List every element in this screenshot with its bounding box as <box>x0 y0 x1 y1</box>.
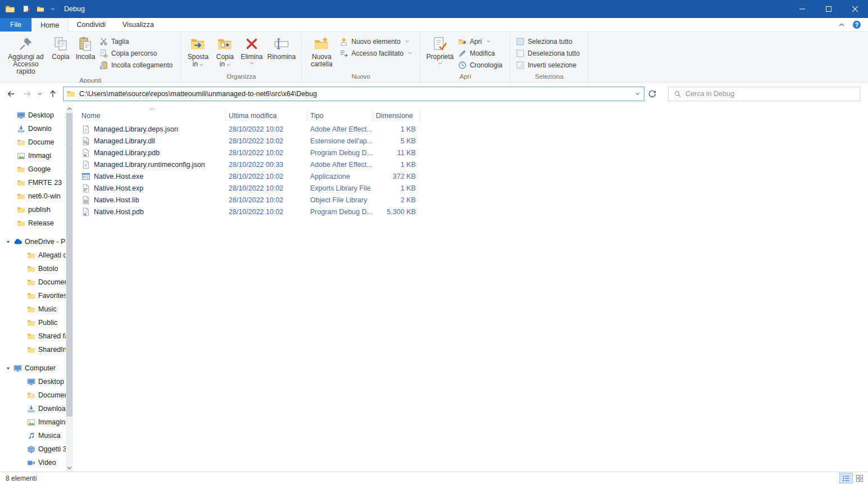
properties-button[interactable]: Proprietà <box>424 34 456 66</box>
column-header-dimensione[interactable]: Dimensione <box>373 110 420 122</box>
sidebar-item-release[interactable]: Release <box>0 216 73 230</box>
sidebar-scrollbar[interactable] <box>66 105 73 472</box>
cut-button[interactable]: Taglia <box>98 35 177 47</box>
sidebar-item-desktop[interactable]: Desktop <box>0 375 73 388</box>
select-all-button[interactable]: Seleziona tutto <box>514 35 584 47</box>
file-size: 5 KB <box>373 137 420 145</box>
column-header-tipo[interactable]: Tipo <box>307 110 373 122</box>
tab-visualizza[interactable]: Visualizza <box>114 18 162 31</box>
new-folder-button[interactable]: Nuova cartella <box>305 34 338 69</box>
scroll-down-icon[interactable] <box>66 464 73 472</box>
sidebar-item-google[interactable]: Google <box>0 162 73 176</box>
scroll-up-icon[interactable] <box>66 105 73 112</box>
open-button[interactable]: Apri <box>456 35 507 47</box>
sidebar-item-docume[interactable]: Docume <box>0 135 73 149</box>
sidebar-item-onedrive-p[interactable]: OneDrive - P <box>0 235 73 248</box>
address-bar[interactable]: C:\Users\matte\source\repos\matteoumili\… <box>63 87 644 101</box>
rename-button[interactable]: Rinomina <box>265 34 298 62</box>
file-name: Native.Host.pdb <box>94 208 144 216</box>
tab-file[interactable]: File <box>0 18 31 31</box>
sidebar-item-computer[interactable]: Computer <box>0 361 73 375</box>
help-icon[interactable]: ? <box>852 20 861 29</box>
address-dropdown-icon[interactable] <box>635 92 641 96</box>
sidebar-item-publish[interactable]: publish <box>0 203 73 216</box>
file-row-managed-library-deps-json[interactable]: Managed.Library.deps.json28/10/2022 10:0… <box>79 123 868 135</box>
sidebar-item-oggetti-3d[interactable]: Oggetti 3D <box>0 442 73 456</box>
file-row-managed-library-dll[interactable]: Managed.Library.dll28/10/2022 10:02Esten… <box>79 135 868 147</box>
recent-locations-button[interactable] <box>35 86 45 102</box>
sidebar-item-music[interactable]: Music <box>0 302 73 316</box>
history-button[interactable]: Cronologia <box>456 59 507 71</box>
sidebar-item-public[interactable]: Public <box>0 316 73 329</box>
file-row-native-host-lib[interactable]: Native.Host.lib28/10/2022 10:02Object Fi… <box>79 194 868 206</box>
sidebar-item-fmrte-23[interactable]: FMRTE 23 <box>0 176 73 189</box>
details-view-button[interactable] <box>839 473 853 483</box>
folder-icon <box>27 346 35 354</box>
qat-properties-icon[interactable] <box>22 5 30 13</box>
file-row-managed-library-runtimeconfig-json[interactable]: Managed.Library.runtimeconfig.json28/10/… <box>79 159 868 170</box>
file-size: 11 KB <box>373 149 420 157</box>
edit-button[interactable]: Modifica <box>456 47 507 59</box>
sidebar-item-downlo[interactable]: Downlo <box>0 122 73 135</box>
svg-text:?: ? <box>855 21 858 28</box>
maximize-icon <box>826 6 831 12</box>
sidebar-item-immagi[interactable]: Immagi <box>0 149 73 162</box>
sidebar-item-video[interactable]: Video <box>0 456 73 469</box>
file-type: Exports Library File <box>307 184 373 192</box>
file-row-native-host-exp[interactable]: Native.Host.exp28/10/2022 10:02Exports L… <box>79 182 868 194</box>
expander-icon <box>6 239 11 245</box>
search-input[interactable] <box>685 90 855 98</box>
refresh-button[interactable] <box>644 86 660 102</box>
new-item-button[interactable]: Nuovo elemento <box>338 35 416 47</box>
pin-to-quick-access-button[interactable]: Aggiungi ad Accesso rapido <box>3 34 48 76</box>
maximize-button[interactable] <box>815 0 842 18</box>
sidebar-item-shared-fav[interactable]: Shared fav <box>0 329 73 343</box>
sidebar-item-immagini[interactable]: Immagini <box>0 415 73 429</box>
file-row-managed-library-pdb[interactable]: Managed.Library.pdb28/10/2022 10:02Progr… <box>79 147 868 159</box>
delete-button[interactable]: Elimina <box>238 34 265 66</box>
sidebar-item-documents[interactable]: Documents <box>0 275 73 289</box>
sidebar-item-label: publish <box>28 206 51 214</box>
file-row-native-host-pdb[interactable]: Native.Host.pdb28/10/2022 10:02Program D… <box>79 206 868 218</box>
easy-access-button[interactable]: Accesso facilitato <box>338 47 416 59</box>
paste-button[interactable]: Incolla <box>73 34 98 62</box>
column-header-nome[interactable]: Nome <box>79 110 226 122</box>
close-button[interactable] <box>842 0 868 18</box>
sidebar-item-allegati-di-p[interactable]: Allegati di p <box>0 248 73 262</box>
file-row-native-host-exe[interactable]: Native.Host.exe28/10/2022 10:02Applicazi… <box>79 170 868 182</box>
sidebar-item-net6-0-win[interactable]: net6.0-win <box>0 189 73 203</box>
tab-home[interactable]: Home <box>31 18 68 32</box>
sidebar-item-desktop[interactable]: Desktop <box>0 108 73 122</box>
column-label: Dimensione <box>376 112 413 120</box>
collapse-ribbon-icon[interactable] <box>839 22 844 28</box>
qat-customize-chevron-icon[interactable] <box>51 7 55 11</box>
qat-new-folder-icon[interactable] <box>37 5 44 13</box>
minimize-button[interactable] <box>789 0 815 18</box>
file-modified: 28/10/2022 00:33 <box>226 161 307 169</box>
copy-path-button[interactable]: Copia percorso <box>98 47 177 59</box>
sidebar-item-favorites[interactable]: Favorites <box>0 289 73 302</box>
forward-button[interactable] <box>19 86 35 102</box>
sidebar-item-musica[interactable]: Musica <box>0 429 73 442</box>
column-header-ultima-modifica[interactable]: Ultima modifica <box>226 110 307 122</box>
chevron-down-icon <box>438 62 442 65</box>
up-button[interactable] <box>45 86 61 102</box>
move-to-button[interactable]: Sposta in <box>184 34 211 69</box>
invert-selection-button[interactable]: Inverti selezione <box>514 59 584 71</box>
search-box[interactable] <box>668 87 860 101</box>
copy-button[interactable]: Copia <box>48 34 73 62</box>
sidebar-item-label: Music <box>38 305 57 313</box>
sidebar-item-download[interactable]: Download <box>0 402 73 415</box>
paste-shortcut-button[interactable]: Incolla collegamento <box>98 59 177 71</box>
tab-condividi[interactable]: Condividi <box>69 18 114 31</box>
sidebar-item-botolo[interactable]: Botolo <box>0 262 73 275</box>
sidebar-item-sharedingr[interactable]: SharedIngr <box>0 343 73 356</box>
ribbon-group-seleziona: Seleziona tutto Deseleziona tutto Invert… <box>511 32 588 82</box>
scrollbar-thumb[interactable] <box>66 113 72 417</box>
back-button[interactable] <box>3 86 19 102</box>
details-view-icon <box>842 474 850 482</box>
sidebar-item-documenti[interactable]: Documenti <box>0 388 73 402</box>
deselect-all-button[interactable]: Deseleziona tutto <box>514 47 584 59</box>
copy-to-button[interactable]: Copia in <box>211 34 238 69</box>
large-icons-view-button[interactable] <box>853 473 866 483</box>
